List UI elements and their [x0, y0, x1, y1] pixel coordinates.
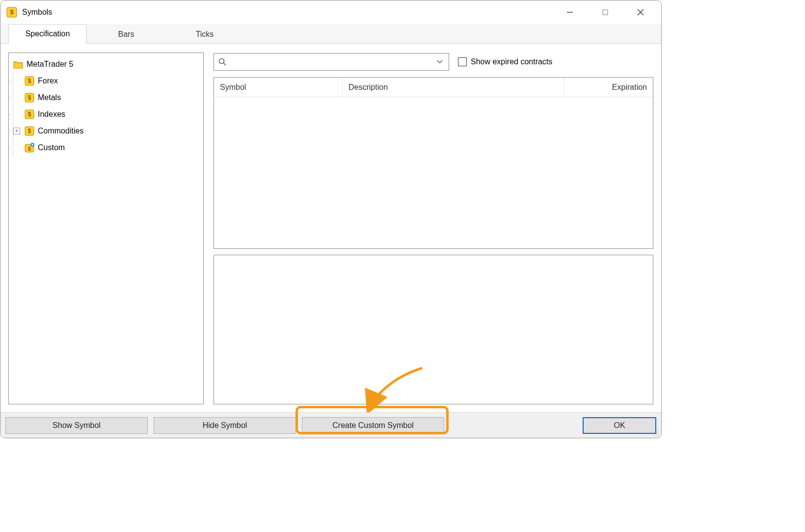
symbol-detail-panel	[214, 255, 653, 404]
svg-point-24	[654, 434, 655, 435]
svg-text:$: $	[28, 111, 31, 118]
svg-text:$: $	[28, 128, 31, 134]
titlebar: $ Symbols	[0, 0, 661, 24]
checkbox-label: Show expired contracts	[471, 57, 552, 66]
show-symbol-button[interactable]: Show Symbol	[5, 417, 148, 434]
bottom-toolbar: Show Symbol Hide Symbol Create Custom Sy…	[0, 412, 661, 438]
tree-item-forex[interactable]: + $ Forex	[13, 73, 201, 89]
tab-label: Bars	[118, 30, 134, 39]
svg-point-26	[658, 434, 659, 435]
custom-symbol-icon: $	[24, 142, 35, 153]
svg-line-20	[224, 63, 226, 66]
tree-item-metals[interactable]: + $ Metals	[13, 89, 201, 106]
svg-text:$: $	[28, 94, 31, 101]
tab-label: Ticks	[196, 30, 214, 39]
symbol-icon: $	[24, 92, 35, 103]
expand-icon[interactable]: +	[13, 128, 20, 134]
app-icon: $	[6, 7, 17, 18]
tab-ticks[interactable]: Ticks	[165, 24, 244, 44]
tree-item-commodities[interactable]: + $ Commodities	[13, 123, 201, 139]
svg-text:$: $	[28, 146, 31, 152]
tab-label: Specification	[26, 29, 70, 38]
symbol-icon: $	[24, 109, 35, 120]
search-icon	[218, 56, 227, 67]
tab-specification[interactable]: Specification	[8, 24, 87, 44]
checkbox-icon[interactable]	[458, 57, 467, 66]
tabbar: Specification Bars Ticks	[0, 24, 661, 44]
ok-button[interactable]: OK	[583, 417, 656, 434]
hide-symbol-button[interactable]: Hide Symbol	[154, 417, 296, 434]
tree-item-indexes[interactable]: + $ Indexes	[13, 106, 201, 123]
svg-text:$: $	[28, 78, 31, 84]
column-header-expiration[interactable]: Expiration	[564, 78, 653, 97]
column-header-symbol[interactable]: Symbol	[214, 78, 343, 97]
tree-node-label: Metals	[38, 93, 61, 102]
svg-point-23	[658, 432, 659, 433]
minimize-button[interactable]	[552, 0, 588, 24]
resize-grip-icon[interactable]	[652, 429, 659, 436]
svg-point-21	[658, 430, 659, 431]
tree-node-label: Indexes	[38, 110, 65, 119]
search-input[interactable]	[230, 53, 435, 70]
svg-text:$: $	[10, 8, 14, 16]
search-combobox[interactable]	[214, 53, 449, 71]
close-button[interactable]	[623, 0, 658, 24]
content-area: MetaTrader 5 + $ Forex	[0, 44, 661, 409]
tree-root-node[interactable]: MetaTrader 5	[13, 56, 201, 73]
symbol-icon: $	[24, 76, 35, 86]
create-custom-symbol-button[interactable]: Create Custom Symbol	[302, 417, 444, 434]
folder-icon	[13, 59, 24, 70]
svg-rect-3	[603, 10, 608, 15]
window-title: Symbols	[22, 8, 52, 17]
tree-node-label: Commodities	[38, 127, 83, 135]
svg-point-22	[656, 432, 657, 433]
tree-node-label: MetaTrader 5	[27, 60, 73, 69]
table-body	[214, 97, 653, 248]
svg-point-19	[219, 59, 224, 64]
table-header: Symbol Description Expiration	[214, 78, 653, 97]
maximize-button[interactable]	[588, 0, 623, 24]
tree-item-custom[interactable]: + $	[13, 139, 201, 156]
column-header-description[interactable]: Description	[343, 78, 564, 97]
tree-node-label: Forex	[38, 77, 58, 85]
tab-bars[interactable]: Bars	[87, 24, 165, 44]
svg-point-25	[656, 434, 657, 435]
symbols-dialog: $ Symbols	[0, 0, 662, 438]
symbol-icon: $	[24, 126, 35, 136]
symbol-table: Symbol Description Expiration	[214, 77, 653, 249]
chevron-down-icon[interactable]	[435, 59, 445, 65]
symbol-tree-panel: MetaTrader 5 + $ Forex	[8, 53, 204, 404]
tree-node-label: Custom	[38, 143, 65, 152]
show-expired-checkbox[interactable]: Show expired contracts	[458, 57, 552, 66]
